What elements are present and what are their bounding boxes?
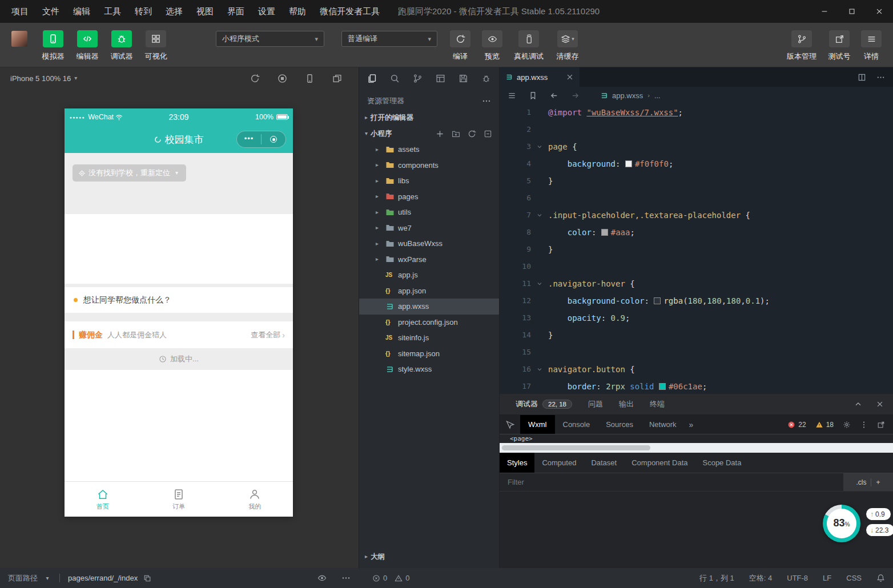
code-line[interactable]: 17 border: 2rpx solid #06c1ae;: [500, 378, 893, 394]
menu-item[interactable]: 视图: [190, 0, 220, 23]
simulator-button[interactable]: 模拟器: [40, 30, 66, 62]
code-line[interactable]: 13 opacity: 0.9;: [500, 309, 893, 327]
device-debug-button[interactable]: 真机调试: [510, 30, 547, 62]
folder-wxParse[interactable]: ▸wxParse: [359, 252, 499, 268]
menu-item[interactable]: 界面: [220, 0, 251, 23]
code-line[interactable]: 14}: [500, 327, 893, 344]
git-branch-button[interactable]: [413, 74, 423, 83]
compile-button[interactable]: 编译: [446, 30, 474, 62]
device-button[interactable]: [305, 74, 315, 83]
code-line[interactable]: 8 color: #aaa;: [500, 224, 893, 241]
file-project.config.json[interactable]: {}project.config.json: [359, 315, 499, 331]
outline-section[interactable]: ▸ 大纲: [359, 549, 499, 565]
new-file-button[interactable]: [436, 130, 444, 138]
stop-button[interactable]: [277, 74, 287, 83]
code-line[interactable]: 15: [500, 344, 893, 361]
clear-cache-button[interactable]: ▾清缓存: [552, 30, 584, 62]
caret-down-icon[interactable]: ▾: [74, 75, 77, 81]
file-style.wxss[interactable]: style.wxss: [359, 361, 499, 377]
inspect-element-button[interactable]: [500, 420, 520, 429]
code-line[interactable]: 6: [500, 190, 893, 207]
devtools-menu-button[interactable]: [860, 421, 868, 429]
tab-home[interactable]: 首页: [65, 482, 140, 517]
console-warning-count[interactable]: 18: [815, 421, 834, 429]
folder-components[interactable]: ▸components: [359, 158, 499, 174]
styles-tab-dataset[interactable]: Dataset: [584, 453, 624, 473]
cls-label[interactable]: .cls: [856, 478, 866, 486]
capsule-home-button[interactable]: [262, 131, 285, 147]
folder-assets[interactable]: ▸assets: [359, 142, 499, 158]
ask-prompt-row[interactable]: 想让同学帮您做点什么？: [65, 287, 293, 313]
devtools-popout-button[interactable]: [877, 421, 885, 429]
code-line[interactable]: 10: [500, 258, 893, 275]
cls-toggle[interactable]: .cls +: [843, 473, 893, 491]
styles-tab-component-data[interactable]: Component Data: [624, 453, 695, 473]
tab-profile[interactable]: 我的: [217, 482, 293, 517]
cursor-position[interactable]: 行 1，列 1: [699, 573, 734, 583]
menu-item[interactable]: 工具: [97, 0, 128, 23]
editor-tab-app-wxss[interactable]: app.wxss: [500, 67, 580, 87]
fold-toggle[interactable]: [531, 207, 548, 224]
panel-tab-debugger[interactable]: 调试器22, 18: [516, 399, 572, 409]
panel-tab-output[interactable]: 输出: [619, 399, 634, 409]
code-line[interactable]: 9}: [500, 241, 893, 258]
scrollbar-thumb[interactable]: [502, 445, 650, 450]
debugger-button[interactable]: 调试器: [108, 30, 135, 62]
path-more-button[interactable]: [341, 568, 351, 588]
menu-item[interactable]: 设置: [251, 0, 282, 23]
encoding-setting[interactable]: UTF-8: [787, 574, 808, 582]
menu-item[interactable]: 编辑: [66, 0, 97, 23]
styles-tab-scope-data[interactable]: Scope Data: [695, 453, 749, 473]
horizontal-scrollbar[interactable]: [500, 443, 893, 453]
details-button[interactable]: 详情: [859, 30, 884, 62]
breadcrumb-file[interactable]: app.wxss: [612, 91, 643, 100]
breadcrumb-more[interactable]: ...: [654, 91, 661, 100]
visual-button[interactable]: 可视化: [143, 30, 169, 62]
device-selector[interactable]: iPhone 5 100% 16: [10, 74, 71, 83]
view-all-link[interactable]: 查看全部 ›: [251, 330, 285, 340]
devtools-tab-wxml[interactable]: Wxml: [520, 415, 555, 434]
navigate-back-button[interactable]: [550, 91, 558, 100]
preview-path-button[interactable]: [317, 568, 327, 588]
menu-item[interactable]: 选择: [159, 0, 190, 23]
language-mode[interactable]: CSS: [846, 574, 862, 582]
close-button[interactable]: [866, 0, 893, 23]
code-line[interactable]: 1@import "wuBaseWxss/7.wxss";: [500, 104, 893, 121]
code-line[interactable]: 4 background: #f0f0f0;: [500, 155, 893, 172]
copy-path-button[interactable]: [143, 574, 151, 582]
caret-down-icon[interactable]: ▾: [43, 574, 51, 582]
code-line[interactable]: 12 background-color: rgba(180,180,180,0.…: [500, 292, 893, 309]
indent-setting[interactable]: 空格: 4: [749, 573, 772, 583]
preview-button[interactable]: 预览: [478, 30, 506, 62]
code-line[interactable]: 11.navigator-hover {: [500, 275, 893, 292]
save-button[interactable]: [458, 74, 468, 83]
notifications-button[interactable]: [876, 574, 885, 582]
collapse-button[interactable]: [484, 130, 492, 138]
folder-utils[interactable]: ▸utils: [359, 204, 499, 220]
panel-tab-terminal[interactable]: 终端: [650, 399, 665, 409]
problems-indicator[interactable]: 0 0: [372, 568, 414, 588]
refresh-button[interactable]: [468, 130, 476, 138]
windows-button[interactable]: [332, 74, 342, 83]
close-panel-button[interactable]: [876, 400, 884, 408]
menu-item[interactable]: 帮助: [282, 0, 313, 23]
test-account-button[interactable]: 测试号: [824, 30, 854, 62]
add-class-button[interactable]: +: [876, 478, 880, 486]
minimize-button[interactable]: [811, 0, 838, 23]
code-line[interactable]: 7.input-placeholder,.textarea-placeholde…: [500, 207, 893, 224]
code-line[interactable]: 3page {: [500, 138, 893, 155]
page-path-selector[interactable]: 页面路径: [8, 573, 38, 583]
menu-item[interactable]: 转到: [128, 0, 159, 23]
close-tab-icon[interactable]: [566, 73, 574, 81]
folder-wuBaseWxss[interactable]: ▸wuBaseWxss: [359, 236, 499, 252]
tab-orders[interactable]: 订单: [140, 482, 216, 517]
editor-button[interactable]: 编辑器: [74, 30, 100, 62]
user-avatar[interactable]: [11, 31, 27, 47]
refresh-button[interactable]: [250, 74, 260, 83]
debug-button[interactable]: [481, 74, 491, 83]
compile-mode-dropdown[interactable]: 普通编译 ▾: [341, 31, 437, 47]
file-app.wxss[interactable]: app.wxss: [359, 299, 499, 315]
explorer-more-button[interactable]: [482, 96, 491, 106]
devtools-settings-button[interactable]: [843, 421, 851, 429]
mode-dropdown[interactable]: 小程序模式 ▾: [216, 31, 324, 47]
